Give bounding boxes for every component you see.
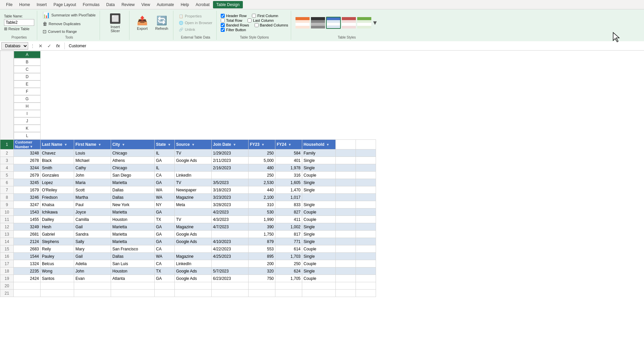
cell-r7-c4[interactable]: WA [155, 186, 175, 194]
cell-r8-c2[interactable]: Martha [74, 194, 111, 201]
cell-r9-c6[interactable]: 3/28/2023 [212, 201, 249, 208]
menu-view[interactable]: View [138, 1, 154, 8]
cell-r12-c5[interactable]: Magazine [175, 223, 212, 231]
header-cell-3[interactable]: City ▼ [111, 139, 155, 149]
properties-button[interactable]: 📋 Properties [177, 13, 203, 19]
header-cell-2[interactable]: First Name ▼ [74, 139, 111, 149]
cell-r11-c0[interactable]: 1455 [14, 216, 41, 223]
empty-cell-r21-c10[interactable] [336, 290, 356, 297]
col-header-k[interactable]: K [14, 125, 41, 132]
cell-r6-c7[interactable]: 2,530 [249, 179, 275, 186]
menu-review[interactable]: Review [118, 1, 138, 8]
remove-duplicates-button[interactable]: 🗑 Remove Duplicates [41, 20, 82, 27]
cell-r19-c1[interactable]: Santos [41, 275, 74, 282]
cell-r16-c0[interactable]: 1544 [14, 253, 41, 260]
cell-r14-c6[interactable]: 4/10/2023 [212, 238, 249, 245]
confirm-button[interactable]: ✓ [46, 42, 53, 50]
col-header-j[interactable]: J [14, 117, 41, 125]
cell-r11-c5[interactable]: TV [175, 216, 212, 223]
cell-r16-c4[interactable]: WA [155, 253, 175, 260]
cell-r11-c2[interactable]: Camilla [74, 216, 111, 223]
cell-r11-c8[interactable]: 411 [275, 216, 302, 223]
cell-r2-c9[interactable]: Family [302, 149, 336, 157]
unlink-button[interactable]: 🔗 Unlink [177, 27, 197, 33]
cell-r6-c8[interactable]: 1,605 [275, 179, 302, 186]
first-column-checkbox[interactable] [252, 14, 256, 18]
cell-r15-c5[interactable] [175, 245, 212, 253]
cell-r7-c5[interactable]: Newspaper [175, 186, 212, 194]
cell-r17-c0[interactable]: 1324 [14, 260, 41, 267]
cell-r15-c0[interactable]: 2683 [14, 245, 41, 253]
menu-home[interactable]: Home [16, 1, 33, 8]
empty-cell-r21-c8[interactable] [275, 290, 302, 297]
filter-button-option[interactable]: Filter Button [221, 28, 246, 32]
cell-r10-c7[interactable]: 530 [249, 208, 275, 216]
cell-r13-c1[interactable]: Gabriel [41, 231, 74, 238]
cell-r18-c9[interactable]: Single [302, 267, 336, 275]
cell-r4-c5[interactable] [175, 164, 212, 172]
menu-automate[interactable]: Automate [153, 1, 177, 8]
last-column-option[interactable]: Last Column [248, 18, 274, 22]
cell-r7-c3[interactable]: Dallas [111, 186, 155, 194]
menu-acrobat[interactable]: Acrobat [192, 1, 213, 8]
cell-r5-c8[interactable]: 316 [275, 172, 302, 179]
empty-cell-r21-c11[interactable] [356, 290, 376, 297]
cell-r16-c6[interactable]: 4/25/2023 [212, 253, 249, 260]
cell-r17-c7[interactable]: 200 [249, 260, 275, 267]
col-header-d[interactable]: D [14, 73, 41, 80]
empty-cell-r20-c2[interactable] [74, 282, 111, 290]
cell-r17-c3[interactable]: San Luis [111, 260, 155, 267]
header-cell-7[interactable]: FY23 ▼ [249, 139, 275, 149]
cell-r7-c6[interactable]: 3/18/2023 [212, 186, 249, 194]
cell-r16-c7[interactable]: 895 [249, 253, 275, 260]
header-cell-9[interactable]: Household ▼ [302, 139, 336, 149]
cell-r4-c2[interactable]: Cathy [74, 164, 111, 172]
cell-r11-c6[interactable]: 4/3/2023 [212, 216, 249, 223]
cell-r17-c6[interactable] [212, 260, 249, 267]
cell-r11-c4[interactable]: TX [155, 216, 175, 223]
empty-cell-r20-c0[interactable] [14, 282, 41, 290]
cell-r5-c5[interactable]: LinkedIn [175, 172, 212, 179]
export-button[interactable]: 📤 Export [133, 15, 151, 31]
empty-cell-r21-c3[interactable] [111, 290, 155, 297]
cell-r12-c1[interactable]: Hesh [41, 223, 74, 231]
cell-r9-c8[interactable]: 833 [275, 201, 302, 208]
empty-cell-r21-c5[interactable] [175, 290, 212, 297]
cell-r12-c9[interactable]: Single [302, 223, 336, 231]
cell-r12-c7[interactable]: 390 [249, 223, 275, 231]
col-header-e[interactable]: E [14, 80, 41, 88]
cell-r17-c1[interactable]: Belcus [41, 260, 74, 267]
cell-r12-c3[interactable]: Marietta [111, 223, 155, 231]
cell-r13-c6[interactable] [212, 231, 249, 238]
formula-input[interactable] [67, 43, 643, 49]
cell-r9-c2[interactable]: Paul [74, 201, 111, 208]
cell-r19-c0[interactable]: 2424 [14, 275, 41, 282]
cell-r4-c4[interactable]: IL [155, 164, 175, 172]
table-styles-more-button[interactable]: ▼ [372, 17, 378, 29]
col-header-b[interactable]: B [14, 58, 41, 66]
cell-r11-c9[interactable]: Couple [302, 216, 336, 223]
cell-r18-c6[interactable]: 5/7/2023 [212, 267, 249, 275]
cell-r11-c7[interactable]: 1,990 [249, 216, 275, 223]
first-column-option[interactable]: First Column [252, 14, 278, 18]
cell-r2-c7[interactable]: 250 [249, 149, 275, 157]
table-name-input[interactable] [4, 19, 34, 26]
cell-r10-c8[interactable]: 827 [275, 208, 302, 216]
cell-r3-c2[interactable]: Michael [74, 157, 111, 164]
cell-r13-c7[interactable]: 1,750 [249, 231, 275, 238]
cell-r8-c9[interactable] [302, 194, 336, 201]
empty-cell-r20-c4[interactable] [155, 282, 175, 290]
cell-r19-c2[interactable]: Evan [74, 275, 111, 282]
cell-r8-c7[interactable]: 2,100 [249, 194, 275, 201]
cell-r2-c2[interactable]: Louis [74, 149, 111, 157]
cell-r6-c6[interactable]: 3/5/2023 [212, 179, 249, 186]
cell-r12-c2[interactable]: Gail [74, 223, 111, 231]
menu-data[interactable]: Data [103, 1, 118, 8]
cell-r14-c1[interactable]: Stephens [41, 238, 74, 245]
cell-r19-c3[interactable]: Atlanta [111, 275, 155, 282]
banded-rows-option[interactable]: Banded Rows [221, 23, 249, 27]
cell-r4-c3[interactable]: Chicago [111, 164, 155, 172]
cell-r3-c5[interactable]: Google Ads [175, 157, 212, 164]
cell-r18-c4[interactable]: TX [155, 267, 175, 275]
cell-r16-c1[interactable]: Pauley [41, 253, 74, 260]
